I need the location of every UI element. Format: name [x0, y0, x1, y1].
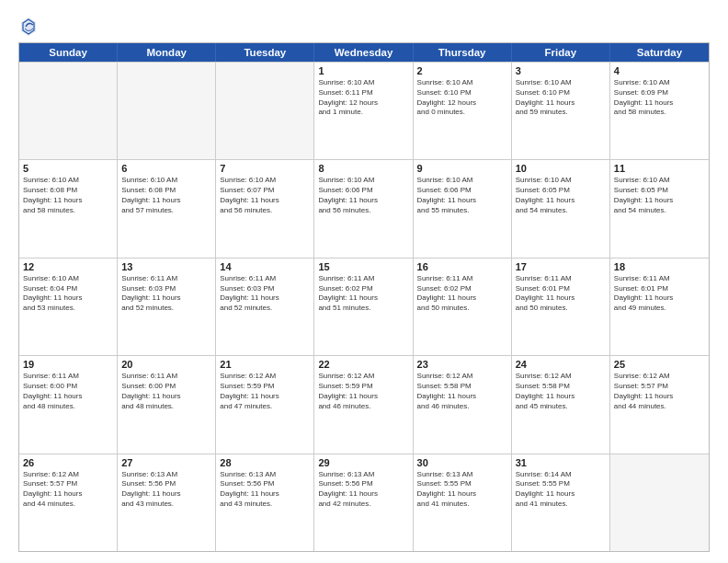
calendar-cell: 9Sunrise: 6:10 AM Sunset: 6:06 PM Daylig… [414, 160, 512, 257]
day-number: 10 [516, 163, 606, 174]
logo-icon [20, 17, 37, 37]
calendar-cell: 1Sunrise: 6:10 AM Sunset: 6:11 PM Daylig… [314, 63, 413, 159]
day-number: 19 [23, 359, 113, 370]
calendar-cell: 30Sunrise: 6:13 AM Sunset: 5:55 PM Dayli… [414, 454, 512, 551]
day-info: Sunrise: 6:12 AM Sunset: 5:58 PM Dayligh… [417, 372, 507, 411]
calendar-week-2: 5Sunrise: 6:10 AM Sunset: 6:08 PM Daylig… [19, 159, 709, 257]
calendar-cell: 29Sunrise: 6:13 AM Sunset: 5:56 PM Dayli… [314, 454, 413, 551]
weekday-header-thursday: Thursday [414, 43, 512, 62]
day-number: 29 [318, 457, 408, 468]
calendar: SundayMondayTuesdayWednesdayThursdayFrid… [18, 42, 710, 552]
day-info: Sunrise: 6:12 AM Sunset: 5:57 PM Dayligh… [23, 470, 113, 510]
day-info: Sunrise: 6:11 AM Sunset: 6:02 PM Dayligh… [417, 274, 507, 314]
day-info: Sunrise: 6:11 AM Sunset: 6:01 PM Dayligh… [614, 274, 705, 314]
calendar-week-4: 19Sunrise: 6:11 AM Sunset: 6:00 PM Dayli… [19, 355, 709, 453]
day-number: 1 [318, 65, 408, 76]
day-number: 9 [417, 163, 507, 174]
weekday-header-sunday: Sunday [19, 43, 118, 62]
calendar-cell [216, 63, 314, 159]
day-info: Sunrise: 6:10 AM Sunset: 6:07 PM Dayligh… [220, 176, 310, 215]
day-info: Sunrise: 6:12 AM Sunset: 5:57 PM Dayligh… [614, 372, 705, 411]
day-info: Sunrise: 6:10 AM Sunset: 6:05 PM Dayligh… [614, 176, 705, 215]
day-info: Sunrise: 6:10 AM Sunset: 6:04 PM Dayligh… [23, 274, 113, 314]
day-number: 26 [23, 457, 113, 468]
day-number: 15 [318, 261, 408, 272]
day-info: Sunrise: 6:10 AM Sunset: 6:05 PM Dayligh… [516, 176, 606, 215]
calendar-cell: 15Sunrise: 6:11 AM Sunset: 6:02 PM Dayli… [314, 259, 413, 355]
day-info: Sunrise: 6:13 AM Sunset: 5:56 PM Dayligh… [220, 470, 310, 510]
calendar-body: 1Sunrise: 6:10 AM Sunset: 6:11 PM Daylig… [19, 62, 709, 551]
day-info: Sunrise: 6:13 AM Sunset: 5:56 PM Dayligh… [318, 470, 408, 510]
calendar-cell: 19Sunrise: 6:11 AM Sunset: 6:00 PM Dayli… [19, 356, 118, 453]
calendar-cell: 31Sunrise: 6:14 AM Sunset: 5:55 PM Dayli… [512, 454, 610, 551]
day-info: Sunrise: 6:10 AM Sunset: 6:06 PM Dayligh… [417, 176, 507, 215]
day-info: Sunrise: 6:12 AM Sunset: 5:59 PM Dayligh… [220, 372, 310, 411]
day-info: Sunrise: 6:10 AM Sunset: 6:10 PM Dayligh… [417, 78, 507, 118]
day-number: 31 [516, 457, 606, 468]
calendar-cell: 16Sunrise: 6:11 AM Sunset: 6:02 PM Dayli… [414, 259, 512, 355]
day-info: Sunrise: 6:10 AM Sunset: 6:10 PM Dayligh… [516, 78, 606, 118]
day-info: Sunrise: 6:11 AM Sunset: 6:00 PM Dayligh… [23, 372, 113, 411]
calendar-week-1: 1Sunrise: 6:10 AM Sunset: 6:11 PM Daylig… [19, 62, 709, 159]
day-info: Sunrise: 6:11 AM Sunset: 6:00 PM Dayligh… [121, 372, 211, 411]
day-info: Sunrise: 6:12 AM Sunset: 5:58 PM Dayligh… [516, 372, 606, 411]
calendar-cell [610, 454, 709, 551]
calendar-week-3: 12Sunrise: 6:10 AM Sunset: 6:04 PM Dayli… [19, 258, 709, 355]
calendar-cell: 17Sunrise: 6:11 AM Sunset: 6:01 PM Dayli… [512, 259, 610, 355]
calendar-cell: 24Sunrise: 6:12 AM Sunset: 5:58 PM Dayli… [512, 356, 610, 453]
day-number: 7 [220, 163, 310, 174]
day-info: Sunrise: 6:10 AM Sunset: 6:11 PM Dayligh… [318, 78, 408, 118]
day-info: Sunrise: 6:10 AM Sunset: 6:08 PM Dayligh… [23, 176, 113, 215]
day-number: 2 [417, 65, 507, 76]
day-info: Sunrise: 6:11 AM Sunset: 6:03 PM Dayligh… [220, 274, 310, 314]
day-info: Sunrise: 6:14 AM Sunset: 5:55 PM Dayligh… [516, 470, 606, 510]
day-info: Sunrise: 6:13 AM Sunset: 5:56 PM Dayligh… [121, 470, 211, 510]
day-number: 11 [614, 163, 705, 174]
day-info: Sunrise: 6:10 AM Sunset: 6:06 PM Dayligh… [318, 176, 408, 215]
weekday-header-friday: Friday [512, 43, 610, 62]
day-number: 14 [220, 261, 310, 272]
calendar-cell: 11Sunrise: 6:10 AM Sunset: 6:05 PM Dayli… [610, 160, 709, 257]
day-number: 23 [417, 359, 507, 370]
calendar-cell [118, 63, 216, 159]
day-number: 25 [614, 359, 705, 370]
header [18, 17, 710, 37]
calendar-cell: 20Sunrise: 6:11 AM Sunset: 6:00 PM Dayli… [118, 356, 216, 453]
page: SundayMondayTuesdayWednesdayThursdayFrid… [0, 0, 728, 563]
calendar-week-5: 26Sunrise: 6:12 AM Sunset: 5:57 PM Dayli… [19, 454, 709, 551]
calendar-cell: 23Sunrise: 6:12 AM Sunset: 5:58 PM Dayli… [414, 356, 512, 453]
calendar-cell: 2Sunrise: 6:10 AM Sunset: 6:10 PM Daylig… [414, 63, 512, 159]
day-number: 21 [220, 359, 310, 370]
day-info: Sunrise: 6:11 AM Sunset: 6:02 PM Dayligh… [318, 274, 408, 314]
day-number: 18 [614, 261, 705, 272]
calendar-cell: 3Sunrise: 6:10 AM Sunset: 6:10 PM Daylig… [512, 63, 610, 159]
day-number: 30 [417, 457, 507, 468]
day-number: 5 [23, 163, 113, 174]
day-info: Sunrise: 6:13 AM Sunset: 5:55 PM Dayligh… [417, 470, 507, 510]
day-info: Sunrise: 6:11 AM Sunset: 6:03 PM Dayligh… [121, 274, 211, 314]
day-number: 27 [121, 457, 211, 468]
calendar-cell: 10Sunrise: 6:10 AM Sunset: 6:05 PM Dayli… [512, 160, 610, 257]
weekday-header-tuesday: Tuesday [216, 43, 314, 62]
day-number: 16 [417, 261, 507, 272]
calendar-cell: 27Sunrise: 6:13 AM Sunset: 5:56 PM Dayli… [118, 454, 216, 551]
day-number: 22 [318, 359, 408, 370]
day-number: 13 [121, 261, 211, 272]
calendar-cell: 12Sunrise: 6:10 AM Sunset: 6:04 PM Dayli… [19, 259, 118, 355]
day-info: Sunrise: 6:10 AM Sunset: 6:08 PM Dayligh… [121, 176, 211, 215]
weekday-header-monday: Monday [118, 43, 216, 62]
calendar-cell: 5Sunrise: 6:10 AM Sunset: 6:08 PM Daylig… [19, 160, 118, 257]
calendar-cell: 26Sunrise: 6:12 AM Sunset: 5:57 PM Dayli… [19, 454, 118, 551]
day-number: 12 [23, 261, 113, 272]
day-number: 24 [516, 359, 606, 370]
logo [18, 17, 40, 37]
calendar-cell: 14Sunrise: 6:11 AM Sunset: 6:03 PM Dayli… [216, 259, 314, 355]
calendar-cell: 4Sunrise: 6:10 AM Sunset: 6:09 PM Daylig… [610, 63, 709, 159]
calendar-cell: 28Sunrise: 6:13 AM Sunset: 5:56 PM Dayli… [216, 454, 314, 551]
day-number: 3 [516, 65, 606, 76]
calendar-cell: 6Sunrise: 6:10 AM Sunset: 6:08 PM Daylig… [118, 160, 216, 257]
day-number: 17 [516, 261, 606, 272]
calendar-cell: 7Sunrise: 6:10 AM Sunset: 6:07 PM Daylig… [216, 160, 314, 257]
day-number: 4 [614, 65, 705, 76]
day-number: 6 [121, 163, 211, 174]
